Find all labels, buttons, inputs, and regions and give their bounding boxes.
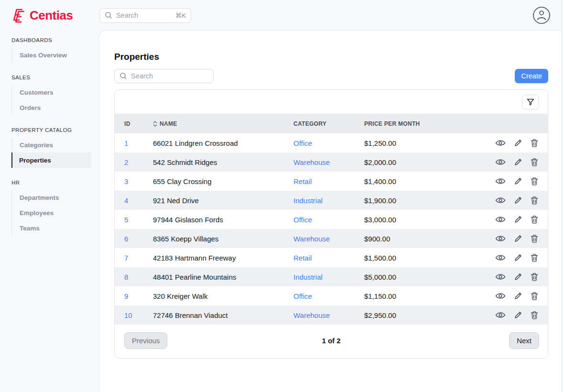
- row-id-link[interactable]: 3: [124, 177, 128, 185]
- delete-button[interactable]: [531, 253, 538, 262]
- row-id-link[interactable]: 5: [124, 216, 128, 224]
- sidebar-item-properties[interactable]: Properties: [11, 152, 91, 168]
- table-header-row: ID NAME CATEGORY: [115, 114, 548, 133]
- previous-page-button[interactable]: Previous: [124, 332, 167, 349]
- row-name: 8365 Koepp Villages: [153, 229, 293, 248]
- column-header-price[interactable]: PRICE PER MONTH: [364, 114, 474, 133]
- delete-button[interactable]: [531, 292, 538, 300]
- view-button[interactable]: [495, 158, 506, 166]
- edit-button[interactable]: [514, 196, 522, 205]
- pencil-icon: [514, 253, 522, 262]
- edit-button[interactable]: [514, 158, 522, 166]
- properties-table: ID NAME CATEGORY: [115, 114, 548, 325]
- edit-button[interactable]: [514, 253, 522, 262]
- table-row: 7 42183 Hartmann Freeway Retail $1,500.0…: [115, 248, 548, 267]
- view-button[interactable]: [495, 235, 506, 242]
- view-button[interactable]: [495, 273, 506, 281]
- row-name: 655 Clay Crossing: [153, 172, 293, 191]
- row-category-link[interactable]: Office: [293, 139, 312, 147]
- delete-button[interactable]: [531, 215, 538, 224]
- row-id-link[interactable]: 1: [124, 139, 128, 147]
- delete-button[interactable]: [531, 177, 538, 185]
- delete-button[interactable]: [531, 311, 538, 319]
- view-button[interactable]: [495, 216, 506, 223]
- table-search-box[interactable]: [114, 69, 214, 83]
- table-search-input[interactable]: [131, 72, 208, 80]
- edit-button[interactable]: [514, 177, 522, 185]
- brand-logo[interactable]: Centias: [0, 5, 99, 25]
- row-id-link[interactable]: 2: [124, 158, 128, 166]
- row-id-link[interactable]: 7: [124, 254, 128, 262]
- view-button[interactable]: [495, 139, 506, 147]
- row-category-link[interactable]: Retail: [293, 254, 312, 262]
- sidebar-item-teams[interactable]: Teams: [12, 220, 91, 236]
- row-id-link[interactable]: 6: [124, 235, 128, 243]
- nav-group-hr: Departments Employees Teams: [11, 190, 91, 236]
- view-button[interactable]: [495, 196, 506, 204]
- edit-button[interactable]: [514, 292, 522, 300]
- row-name: 542 Schmidt Ridges: [153, 152, 293, 172]
- edit-button[interactable]: [514, 234, 522, 243]
- sidebar-item-categories[interactable]: Categories: [12, 137, 91, 152]
- row-price: $5,000.00: [364, 267, 474, 286]
- trash-icon: [531, 311, 538, 319]
- global-search-input[interactable]: [116, 11, 171, 19]
- create-button[interactable]: Create: [515, 69, 548, 83]
- delete-button[interactable]: [531, 272, 538, 281]
- row-name: 42183 Hartmann Freeway: [153, 248, 293, 267]
- view-button[interactable]: [495, 311, 506, 319]
- sidebar-item-departments[interactable]: Departments: [12, 190, 91, 205]
- sort-chevrons-icon[interactable]: [153, 120, 157, 127]
- table-row: 9 320 Kreiger Walk Office $1,150.00: [115, 286, 548, 305]
- row-id-link[interactable]: 8: [124, 273, 128, 281]
- user-menu-button[interactable]: [532, 6, 551, 24]
- filter-button[interactable]: [522, 95, 539, 109]
- row-category-link[interactable]: Retail: [293, 177, 312, 185]
- global-search-box[interactable]: ⌘K: [99, 8, 191, 23]
- row-category-link[interactable]: Warehouse: [293, 235, 330, 243]
- pencil-icon: [514, 272, 522, 281]
- row-category-link[interactable]: Warehouse: [293, 311, 330, 319]
- column-header-actions: [474, 114, 548, 133]
- delete-button[interactable]: [531, 234, 538, 243]
- filter-funnel-icon: [526, 97, 535, 107]
- delete-button[interactable]: [531, 158, 538, 166]
- row-category-link[interactable]: Office: [293, 216, 312, 224]
- row-id-link[interactable]: 4: [124, 196, 128, 205]
- row-category-link[interactable]: Warehouse: [293, 158, 330, 166]
- table-row: 10 72746 Brennan Viaduct Warehouse $2,95…: [115, 305, 548, 325]
- row-price: $2,950.00: [364, 305, 474, 325]
- row-name: 97944 Gislason Fords: [153, 210, 293, 229]
- view-button[interactable]: [495, 177, 506, 185]
- row-category-link[interactable]: Office: [293, 292, 312, 300]
- row-name: 320 Kreiger Walk: [153, 286, 293, 305]
- search-icon: [105, 11, 112, 19]
- row-id-link[interactable]: 9: [124, 292, 128, 300]
- delete-button[interactable]: [531, 139, 538, 147]
- nav-section-sales: SALES: [11, 75, 99, 80]
- view-button[interactable]: [495, 254, 506, 261]
- edit-button[interactable]: [514, 215, 522, 224]
- column-header-id[interactable]: ID: [115, 114, 153, 133]
- column-header-name[interactable]: NAME: [153, 114, 293, 133]
- main-panel: Properties Create: [99, 30, 564, 392]
- view-button[interactable]: [495, 292, 506, 300]
- row-price: $1,500.00: [364, 248, 474, 267]
- sidebar-item-customers[interactable]: Customers: [12, 85, 91, 100]
- row-category-link[interactable]: Industrial: [293, 196, 323, 205]
- row-category-link[interactable]: Industrial: [293, 273, 323, 281]
- next-page-button[interactable]: Next: [509, 332, 539, 349]
- edit-button[interactable]: [514, 139, 522, 147]
- top-bar: Centias ⌘K: [0, 0, 564, 31]
- row-price: $1,900.00: [364, 191, 474, 210]
- delete-button[interactable]: [531, 196, 538, 205]
- row-id-link[interactable]: 10: [124, 311, 132, 319]
- column-header-category[interactable]: CATEGORY: [293, 114, 364, 133]
- table-toolbar: [115, 90, 548, 114]
- edit-button[interactable]: [514, 311, 522, 319]
- edit-button[interactable]: [514, 272, 522, 281]
- sidebar-item-sales-overview[interactable]: Sales Overview: [12, 47, 91, 63]
- sidebar-item-employees[interactable]: Employees: [12, 205, 91, 220]
- sidebar-item-orders[interactable]: Orders: [12, 100, 91, 115]
- scrollbar-track[interactable]: [562, 0, 564, 392]
